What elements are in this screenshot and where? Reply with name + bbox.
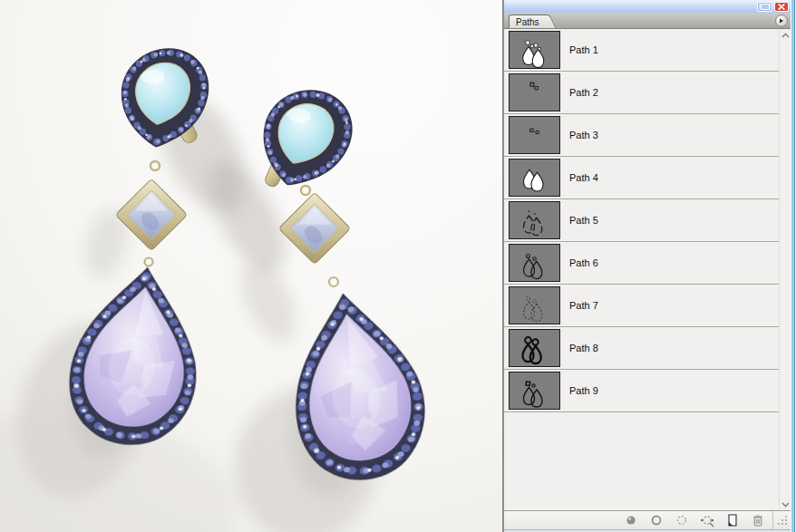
- minimize-icon: [761, 4, 770, 10]
- paths-palette-window: Paths: [502, 0, 796, 532]
- path-label: Path 3: [569, 130, 598, 140]
- path-4-thumbnail[interactable]: [509, 159, 560, 197]
- palette-footer: [504, 510, 796, 529]
- load-path-as-selection-button[interactable]: [669, 511, 694, 529]
- fill-path-button[interactable]: [618, 511, 644, 529]
- pear-outlines-open-icon: [510, 202, 559, 238]
- trash-can-icon: [751, 513, 765, 527]
- two-small-top-elements-icon: [510, 74, 559, 111]
- paths-scrollbar[interactable]: [779, 29, 791, 510]
- path-7-thumbnail[interactable]: [509, 286, 560, 324]
- path-9-thumbnail[interactable]: [509, 372, 560, 410]
- dashed-circle-icon: [675, 513, 689, 527]
- path-label: Path 6: [569, 257, 598, 268]
- new-page-icon: [725, 513, 740, 527]
- close-button[interactable]: [774, 2, 789, 12]
- pear-outlines-dotted-icon: [510, 287, 559, 324]
- path-3-thumbnail[interactable]: [509, 116, 560, 154]
- footer-separator: [772, 511, 773, 529]
- palette-tabstrip: Paths: [504, 13, 796, 29]
- two-earrings-filled-icon: [510, 32, 559, 68]
- earrings-photo-image: [0, 0, 502, 532]
- path-6-thumbnail[interactable]: [509, 244, 560, 282]
- outlined-circle-icon: [649, 513, 664, 527]
- chevron-down-icon[interactable]: [781, 502, 790, 508]
- close-icon: [774, 2, 789, 12]
- paths-list: Path 1 Path 2: [504, 29, 796, 510]
- path-label: Path 2: [569, 87, 598, 98]
- path-label: Path 4: [569, 172, 598, 183]
- create-new-path-button[interactable]: [720, 511, 745, 529]
- path-2-thumbnail[interactable]: [509, 73, 560, 111]
- path-label: Path 5: [569, 215, 598, 226]
- panel-menu-button[interactable]: [775, 15, 788, 27]
- dashed-circle-with-anchors-icon: [699, 513, 715, 527]
- path-row-7[interactable]: Path 7: [504, 285, 779, 327]
- panel-menu-arrow-icon: [779, 18, 784, 24]
- two-pear-drops-filled-icon: [510, 160, 559, 196]
- minimize-button[interactable]: [757, 2, 772, 12]
- paths-rows: Path 1 Path 2: [504, 29, 779, 510]
- path-row-1[interactable]: Path 1: [504, 29, 779, 72]
- path-row-6[interactable]: Path 6: [504, 242, 779, 285]
- path-row-9[interactable]: Path 9: [504, 370, 779, 412]
- tab-paths[interactable]: Paths: [509, 15, 547, 28]
- palette-titlebar[interactable]: [504, 0, 796, 13]
- path-5-thumbnail[interactable]: [509, 201, 560, 239]
- path-label: Path 9: [569, 385, 598, 396]
- path-row-4[interactable]: Path 4: [504, 157, 779, 199]
- path-label: Path 1: [569, 44, 598, 55]
- earring-outlines-bold-icon: [510, 330, 559, 366]
- path-row-8[interactable]: Path 8: [504, 327, 779, 370]
- path-label: Path 8: [569, 343, 598, 353]
- path-8-thumbnail[interactable]: [509, 329, 560, 367]
- screenshot-root: Paths: [0, 0, 796, 532]
- stroke-path-button[interactable]: [644, 511, 669, 529]
- path-row-2[interactable]: Path 2: [504, 72, 779, 114]
- pear-outlines-with-studs-icon: [510, 245, 559, 281]
- earrings-photo: [0, 0, 502, 532]
- path-row-5[interactable]: Path 5: [504, 199, 779, 242]
- delete-path-button[interactable]: [745, 511, 771, 529]
- chevron-up-icon[interactable]: [781, 33, 790, 38]
- path-label: Path 7: [569, 300, 598, 311]
- resize-grip-dots-icon: [776, 514, 790, 527]
- path-1-thumbnail[interactable]: [509, 31, 560, 69]
- window-border-right: [791, 0, 796, 532]
- make-work-path-button[interactable]: [694, 511, 720, 529]
- filled-circle-icon: [624, 513, 638, 527]
- two-small-top-elements-low-icon: [510, 117, 559, 153]
- pear-outlines-with-tops-icon: [510, 372, 559, 409]
- path-row-3[interactable]: Path 3: [504, 114, 779, 157]
- resize-grip[interactable]: [775, 511, 791, 529]
- tab-paths-label: Paths: [516, 17, 539, 27]
